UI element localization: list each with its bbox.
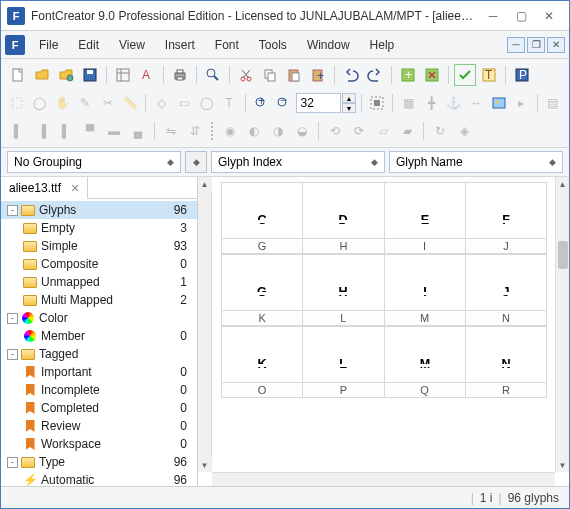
glyph-label: I	[384, 238, 466, 254]
menu-help[interactable]: Help	[360, 34, 405, 56]
folder-icon	[21, 456, 35, 468]
tree-item-type[interactable]: -Type96	[1, 453, 197, 471]
tree-item-glyphs[interactable]: -Glyphs96	[1, 201, 197, 219]
font-props-icon[interactable]: A	[136, 64, 158, 86]
category-tree[interactable]: -Glyphs96Empty3Simple93Composite0Unmappe…	[1, 199, 197, 486]
svg-point-11	[207, 69, 215, 77]
validate-icon[interactable]	[454, 64, 476, 86]
tree-item-color[interactable]: -Color	[1, 309, 197, 327]
glyph-cell[interactable]: C	[221, 182, 303, 239]
glyph-label: M	[384, 310, 466, 326]
tree-item-automatic[interactable]: ⚡Automatic96	[1, 471, 197, 486]
paste-icon[interactable]	[283, 64, 305, 86]
menu-tools[interactable]: Tools	[249, 34, 297, 56]
bolt-icon: ⚡	[23, 474, 37, 486]
glyph-props-icon[interactable]	[112, 64, 134, 86]
anchor-icon: ⚓	[443, 92, 464, 114]
vertical-scrollbar[interactable]: ▲ ▼	[555, 177, 569, 472]
tree-item-unmapped[interactable]: Unmapped1	[1, 273, 197, 291]
bookmark-icon	[23, 420, 37, 432]
menu-edit[interactable]: Edit	[68, 34, 109, 56]
delete-char-icon[interactable]	[421, 64, 443, 86]
svg-rect-18	[268, 73, 275, 81]
menu-view[interactable]: View	[109, 34, 155, 56]
app-menu-icon[interactable]: F	[5, 35, 25, 55]
undo-icon[interactable]	[340, 64, 362, 86]
copy-icon[interactable]	[259, 64, 281, 86]
tree-item-workspace[interactable]: Workspace0	[1, 435, 197, 453]
tree-item-empty[interactable]: Empty3	[1, 219, 197, 237]
menu-insert[interactable]: Insert	[155, 34, 205, 56]
status-position: 1 i	[480, 491, 493, 505]
find-icon[interactable]	[202, 64, 224, 86]
tree-item-incomplete[interactable]: Incomplete0	[1, 381, 197, 399]
cut-icon[interactable]	[235, 64, 257, 86]
scroll-up-icon[interactable]: ▲	[198, 177, 212, 191]
close-button[interactable]: ✕	[535, 6, 563, 26]
name-combo[interactable]: Glyph Name◆	[389, 151, 563, 173]
glyph-cell[interactable]: N	[465, 326, 547, 383]
grouping-combo[interactable]: No Grouping◆	[7, 151, 181, 173]
tree-item-tagged[interactable]: -Tagged	[1, 345, 197, 363]
glyph-overview: ▲ ▼ CDEFGHIJGHIJKLMNKLMNOPQR ▲ ▼	[198, 177, 569, 486]
zoom-field[interactable]: 32	[296, 93, 341, 113]
svg-text:T: T	[485, 68, 493, 82]
insert-char-icon[interactable]: +	[397, 64, 419, 86]
tree-item-review[interactable]: Review0	[1, 417, 197, 435]
glyph-cell[interactable]: E	[384, 182, 466, 239]
glyph-cell[interactable]: H	[302, 254, 384, 311]
scroll-down-icon[interactable]: ▼	[198, 458, 212, 472]
mdi-close-button[interactable]: ✕	[547, 37, 565, 53]
sort-combo[interactable]: Glyph Index◆	[211, 151, 385, 173]
glyph-cell[interactable]: K	[221, 326, 303, 383]
tree-item-multi-mapped[interactable]: Multi Mapped2	[1, 291, 197, 309]
open-font-icon[interactable]	[55, 64, 77, 86]
tree-item-composite[interactable]: Composite0	[1, 255, 197, 273]
horizontal-scrollbar[interactable]	[212, 472, 555, 486]
app-icon: F	[7, 7, 25, 25]
glyph-cell[interactable]: L	[302, 326, 384, 383]
save-icon[interactable]	[79, 64, 101, 86]
menu-window[interactable]: Window	[297, 34, 360, 56]
mdi-minimize-button[interactable]: ─	[507, 37, 525, 53]
print-icon[interactable]	[169, 64, 191, 86]
glyph-cell[interactable]: I	[384, 254, 466, 311]
zoom-out-icon[interactable]: −	[273, 92, 294, 114]
fit-icon[interactable]	[367, 92, 388, 114]
scroll-thumb[interactable]	[558, 241, 568, 269]
paste-special-icon[interactable]: +	[307, 64, 329, 86]
skew-icon: ▱	[372, 120, 394, 142]
minimize-button[interactable]: ─	[479, 6, 507, 26]
glyph-label: P	[302, 382, 384, 398]
svg-rect-10	[177, 77, 183, 80]
preview-icon[interactable]: P	[511, 64, 533, 86]
tree-item-important[interactable]: Important0	[1, 363, 197, 381]
menu-file[interactable]: File	[29, 34, 68, 56]
bg-image-icon[interactable]	[489, 92, 510, 114]
flip-v-icon: ⇵	[184, 120, 206, 142]
redo-icon[interactable]	[364, 64, 386, 86]
glyph-cell[interactable]: M	[384, 326, 466, 383]
new-icon[interactable]	[7, 64, 29, 86]
glyph-cell[interactable]: G	[221, 254, 303, 311]
tree-item-completed[interactable]: Completed0	[1, 399, 197, 417]
zoom-in-icon[interactable]: +	[250, 92, 271, 114]
tree-item-simple[interactable]: Simple93	[1, 237, 197, 255]
grouping-options[interactable]: ◆	[185, 151, 207, 173]
close-tab-icon[interactable]: ×	[71, 180, 79, 196]
zoom-spinner[interactable]: ▲▼	[342, 93, 356, 113]
glyph-cell[interactable]: J	[465, 254, 547, 311]
maximize-button[interactable]: ▢	[507, 6, 535, 26]
glyph-label: H	[302, 238, 384, 254]
file-tab-label: aliee13.ttf	[9, 181, 61, 195]
open-icon[interactable]	[31, 64, 53, 86]
file-tab[interactable]: aliee13.ttf ×	[1, 177, 88, 199]
glyph-cell[interactable]: D	[302, 182, 384, 239]
tree-item-member[interactable]: Member0	[1, 327, 197, 345]
guides-icon: ╋	[421, 92, 442, 114]
glyph-cell[interactable]: F	[465, 182, 547, 239]
test-icon[interactable]: T	[478, 64, 500, 86]
mdi-restore-button[interactable]: ❐	[527, 37, 545, 53]
menu-font[interactable]: Font	[205, 34, 249, 56]
left-scrollbar[interactable]: ▲ ▼	[198, 177, 212, 472]
